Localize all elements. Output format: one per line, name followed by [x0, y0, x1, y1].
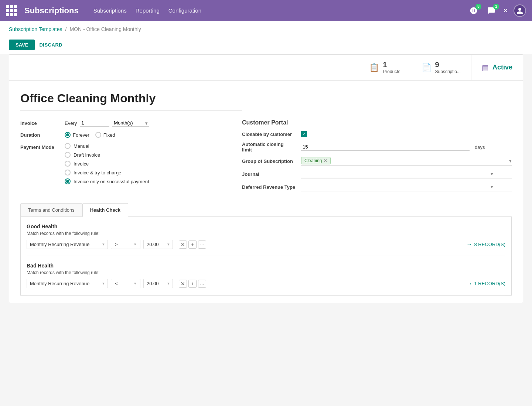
save-button[interactable]: SAVE — [9, 40, 35, 50]
bad-health-title: Bad Health — [27, 263, 505, 269]
close-icon[interactable]: ✕ — [503, 7, 508, 15]
closable-value: ✓ — [301, 131, 512, 137]
invoice-every-text: Every — [65, 120, 77, 126]
breadcrumb-bar: Subscription Templates / MON - Office Cl… — [0, 21, 532, 54]
payment-invoice-radio[interactable] — [65, 161, 71, 167]
top-right-actions: 8 1 ✕ — [467, 4, 526, 17]
action-bar: SAVE DISCARD — [9, 36, 523, 54]
subscriptions-stat[interactable]: 📄 9 Subscriptio... — [411, 55, 471, 80]
good-health-records-link[interactable]: → 8 RECORD(S) — [466, 241, 505, 248]
bad-health-add-btn[interactable]: + — [188, 280, 197, 288]
portal-title: Customer Portal — [242, 119, 512, 126]
good-health-add-btn[interactable]: + — [188, 240, 197, 249]
cleaning-tag: Cleaning ✕ — [301, 157, 331, 164]
payment-invoice[interactable]: Invoice — [65, 161, 227, 167]
journal-input[interactable] — [301, 170, 491, 177]
auto-closing-suffix: days — [475, 144, 485, 150]
payment-draft-radio[interactable] — [65, 152, 71, 158]
payment-invoice-success-radio[interactable] — [65, 178, 71, 184]
good-health-value-selector[interactable]: 20.00 ▾ — [143, 240, 173, 249]
good-health-rule-actions: ✕ + ··· — [179, 240, 206, 249]
duration-forever-radio[interactable] — [65, 132, 71, 138]
active-label: Active — [492, 64, 512, 71]
journal-label: Journal — [242, 171, 301, 177]
closable-checkbox[interactable]: ✓ — [301, 131, 307, 137]
form-card: Office Cleaning Monthly Invoice Every Mo… — [9, 80, 523, 303]
payment-invoice-charge[interactable]: Invoice & try to charge — [65, 170, 227, 175]
subscriptions-count: 9 — [435, 61, 461, 69]
good-health-operator-selector[interactable]: >= ▾ — [111, 240, 140, 249]
bad-health-operator-selector[interactable]: < ▾ — [111, 279, 140, 288]
payment-invoice-success[interactable]: Invoice only on successful payment — [65, 178, 227, 184]
duration-forever-option[interactable]: Forever — [65, 132, 89, 138]
invoice-period-select[interactable]: Month(s) — [112, 119, 149, 127]
good-health-field-selector[interactable]: Monthly Recurring Revenue ▾ — [27, 240, 108, 249]
good-health-rule-row: Monthly Recurring Revenue ▾ >= ▾ 20.00 ▾… — [27, 240, 505, 249]
discard-button[interactable]: DISCARD — [39, 42, 62, 48]
breadcrumb-parent[interactable]: Subscription Templates — [9, 26, 62, 32]
duration-fixed-option[interactable]: Fixed — [95, 132, 115, 138]
invoice-number-input[interactable] — [80, 119, 109, 127]
form-title: Office Cleaning Monthly — [20, 92, 242, 111]
subscriptions-icon: 📄 — [422, 63, 432, 72]
bad-health-value-arrow: ▾ — [167, 281, 170, 286]
duration-fixed-radio[interactable] — [95, 132, 101, 138]
good-health-records-count: 8 RECORD(S) — [474, 242, 505, 247]
deferred-label: Deferred Revenue Type — [242, 184, 301, 190]
bad-health-section: Bad Health Match records with the follow… — [27, 256, 505, 295]
good-health-section: Good Health Match records with the follo… — [27, 217, 505, 256]
payment-mode-options: Manual Draft invoice Invoice Invoic — [65, 143, 227, 184]
duration-fixed-label: Fixed — [103, 132, 115, 138]
good-health-field-arrow: ▾ — [102, 242, 105, 247]
payment-draft[interactable]: Draft invoice — [65, 152, 227, 158]
activities-button[interactable]: 8 — [467, 4, 480, 17]
menu-subscriptions[interactable]: Subscriptions — [93, 7, 127, 14]
apps-grid-icon[interactable] — [6, 5, 17, 16]
active-stat[interactable]: ▤ Active — [471, 55, 523, 80]
invoice-row: Invoice Every Month(s) — [20, 119, 227, 127]
payment-manual-radio[interactable] — [65, 143, 71, 149]
deferred-input[interactable] — [301, 183, 491, 190]
bad-health-operator-text: < — [115, 281, 134, 286]
tab-health-check[interactable]: Health Check — [82, 203, 128, 217]
bad-health-rule-row: Monthly Recurring Revenue ▾ < ▾ 20.00 ▾ … — [27, 279, 505, 288]
brand-title: Subscriptions — [24, 6, 79, 16]
products-stat[interactable]: 📋 1 Products — [359, 55, 411, 80]
tab-terms[interactable]: Terms and Conditions — [20, 203, 82, 217]
tabs-bar: Terms and Conditions Health Check — [20, 203, 512, 217]
good-health-title: Good Health — [27, 224, 505, 229]
good-health-operator-arrow: ▾ — [134, 242, 136, 247]
journal-value: ▾ — [301, 170, 512, 178]
bad-health-field-selector[interactable]: Monthly Recurring Revenue ▾ — [27, 279, 108, 288]
bad-health-rule-actions: ✕ + ··· — [179, 280, 206, 288]
journal-arrow[interactable]: ▾ — [491, 171, 493, 177]
deferred-select-row: ▾ — [301, 183, 512, 191]
messages-button[interactable]: 1 — [485, 4, 498, 17]
duration-row: Duration Forever Fixed — [20, 132, 227, 138]
products-count: 1 — [383, 61, 400, 69]
bad-health-records-arrow: → — [466, 280, 472, 287]
avatar[interactable] — [514, 4, 526, 17]
main-content: 📋 1 Products 📄 9 Subscriptio... ▤ Active… — [0, 54, 532, 312]
stat-bar: 📋 1 Products 📄 9 Subscriptio... ▤ Active — [9, 54, 523, 80]
bad-health-delete-btn[interactable]: ✕ — [179, 280, 187, 288]
cleaning-tag-remove[interactable]: ✕ — [324, 158, 327, 163]
customer-portal-section: Customer Portal Closable by customer ✓ A… — [242, 119, 512, 196]
good-health-value-text: 20.00 — [147, 242, 167, 247]
deferred-arrow[interactable]: ▾ — [491, 184, 493, 190]
bad-health-value-selector[interactable]: 20.00 ▾ — [143, 279, 173, 288]
form-left-column: Invoice Every Month(s) Duration — [20, 119, 227, 196]
payment-manual[interactable]: Manual — [65, 143, 227, 149]
menu-configuration[interactable]: Configuration — [168, 7, 201, 14]
group-subscription-arrow[interactable]: ▾ — [509, 158, 512, 164]
bad-health-more-btn[interactable]: ··· — [198, 280, 206, 288]
auto-closing-input[interactable] — [301, 143, 470, 151]
payment-invoice-charge-radio[interactable] — [65, 170, 71, 175]
journal-row: Journal ▾ — [242, 170, 512, 178]
group-subscription-label: Group of Subscription — [242, 158, 301, 164]
menu-reporting[interactable]: Reporting — [136, 7, 160, 14]
good-health-delete-btn[interactable]: ✕ — [179, 240, 187, 249]
bad-health-records-link[interactable]: → 1 RECORD(S) — [466, 280, 505, 287]
good-health-more-btn[interactable]: ··· — [198, 240, 206, 249]
auto-closing-label: Automatic closinglimit — [242, 141, 301, 153]
